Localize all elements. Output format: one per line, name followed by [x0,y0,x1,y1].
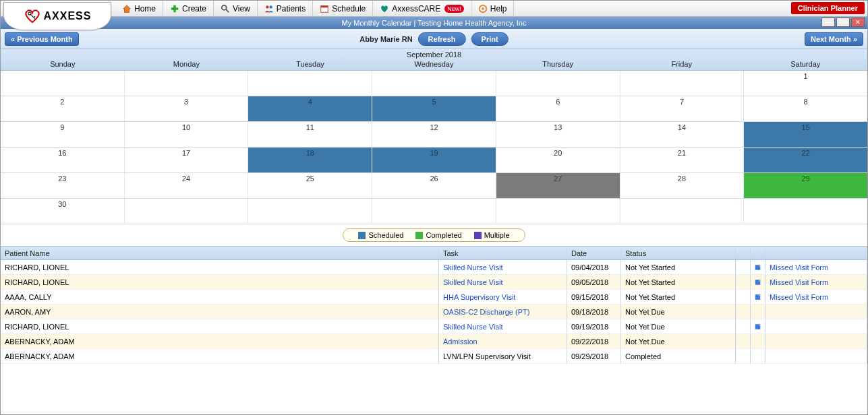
calendar-cell[interactable]: 15 [744,122,867,147]
day-number: 19 [430,149,438,157]
calendar-cell[interactable]: 7 [620,96,745,121]
cell-status: Not Yet Started [621,290,736,304]
calendar-cell[interactable]: 24 [125,173,249,198]
cell-patient: AARON, AMY [1,305,439,319]
clinician-planner-button[interactable]: Clinician Planner [791,2,865,14]
calendar-cell[interactable]: 23 [1,173,125,198]
calendar-cell[interactable]: 6 [496,96,620,121]
heart-icon [380,4,389,13]
calendar-cell [248,199,372,224]
svg-point-8 [269,5,272,8]
calendar-cell[interactable]: 25 [248,173,372,198]
cell-patient: ABERNACKY, ADAM [1,334,439,348]
menu-patients[interactable]: Patients [258,1,313,16]
calendar-cell[interactable]: 20 [496,148,620,172]
menu-help[interactable]: Help [471,1,515,16]
menu-view[interactable]: View [214,1,258,16]
new-badge: New! [444,5,464,13]
cell-task: HHA Supervisory Visit [439,290,567,304]
calendar-cell[interactable]: 26 [372,173,496,198]
cell-note [751,334,765,348]
maximize-button[interactable]: ▭ [836,18,850,27]
cell-status: Completed [621,349,736,363]
refresh-button[interactable]: Refresh [418,32,466,46]
calendar-cell[interactable]: 22 [744,148,867,172]
calendar-cell[interactable]: 18 [248,148,372,172]
sticky-note-icon [755,263,761,272]
calendar-cell[interactable]: 16 [1,148,125,172]
calendar-cell[interactable]: 3 [125,96,249,121]
cell-note [751,349,765,363]
calendar-cell[interactable]: 1 [744,71,867,96]
cell-note[interactable] [751,275,765,289]
day-header: Friday [620,59,744,69]
cell-task-link[interactable]: Skilled Nurse Visit [443,323,502,331]
calendar-cell [620,71,745,96]
cell-task-link[interactable]: Admission [443,338,478,346]
menu-axxesscare[interactable]: AxxessCARENew! [373,1,471,16]
th-status[interactable]: Status [621,247,736,259]
calendar-cell[interactable]: 27 [496,173,620,198]
table-row: RICHARD, LIONELSkilled Nurse Visit09/04/… [1,260,867,275]
calendar-cell [496,71,620,96]
cell-note[interactable] [751,290,765,304]
day-header: Monday [125,59,249,69]
calendar-cell[interactable]: 4 [248,96,372,121]
cell-task: Admission [439,334,567,348]
menu-create[interactable]: Create [163,1,214,16]
calendar-cell [620,199,745,224]
print-button[interactable]: Print [471,32,509,46]
cell-note[interactable] [751,260,765,274]
calendar-cell[interactable]: 29 [744,173,867,198]
day-number: 30 [58,200,66,208]
calendar-grid: 1234567891011121314151617181920212223242… [1,71,867,224]
calendar-cell[interactable]: 21 [620,148,745,172]
menu-home[interactable]: Home [115,1,163,16]
cell-form-link[interactable]: Missed Visit Form [770,278,828,286]
calendar-cell[interactable]: 11 [248,122,372,147]
cell-task-link[interactable]: HHA Supervisory Visit [443,293,515,301]
prev-month-button[interactable]: « Previous Month [5,32,79,46]
calendar-cell[interactable]: 9 [1,122,125,147]
calendar-cell[interactable]: 10 [125,122,249,147]
day-header: Tuesday [248,59,372,69]
next-month-button[interactable]: Next Month » [805,32,863,46]
close-button[interactable]: ✕ [851,18,865,27]
cell-action1 [736,349,751,363]
th-date[interactable]: Date [567,247,621,259]
day-number: 21 [678,149,686,157]
minimize-button[interactable]: — [821,18,835,27]
calendar-cell[interactable]: 17 [125,148,249,172]
plus-icon [170,4,179,13]
th-patient[interactable]: Patient Name [1,247,439,259]
cell-date: 09/22/2018 [567,334,621,348]
svg-point-5 [222,5,227,9]
calendar-cell[interactable]: 5 [372,96,496,121]
th-task[interactable]: Task [439,247,567,259]
calendar-cell[interactable]: 28 [620,173,745,198]
calendar-icon [320,4,329,13]
cell-task-link[interactable]: Skilled Nurse Visit [443,263,502,272]
people-icon [264,4,274,13]
calendar-cell[interactable]: 12 [372,122,496,147]
calendar-cell[interactable]: 14 [620,122,745,147]
calendar-cell[interactable]: 8 [744,96,867,121]
cell-task-link[interactable]: OASIS-C2 Discharge (PT) [443,308,529,316]
table-row: ABERNACKY, ADAMLVN/LPN Supervisory Visit… [1,349,867,364]
calendar-header: September 2018 SundayMondayTuesdayWednes… [1,49,867,71]
cell-form-link[interactable]: Missed Visit Form [770,263,828,272]
cell-note[interactable] [751,319,765,333]
cell-task-link[interactable]: Skilled Nurse Visit [443,278,502,286]
cell-action1 [736,275,751,289]
calendar-toolbar: « Previous Month Abby Marie RN Refresh P… [1,29,867,49]
calendar-cell[interactable]: 19 [372,148,496,172]
calendar-cell[interactable]: 13 [496,122,620,147]
day-header: Saturday [743,59,867,69]
calendar-cell[interactable]: 30 [1,199,125,224]
calendar-cell[interactable]: 2 [1,96,125,121]
cell-form-link[interactable]: Missed Visit Form [770,293,828,301]
menu-schedule[interactable]: Schedule [313,1,373,16]
day-number: 13 [554,123,562,131]
table-row: AARON, AMYOASIS-C2 Discharge (PT)09/18/2… [1,305,867,319]
day-header: Sunday [1,59,125,69]
